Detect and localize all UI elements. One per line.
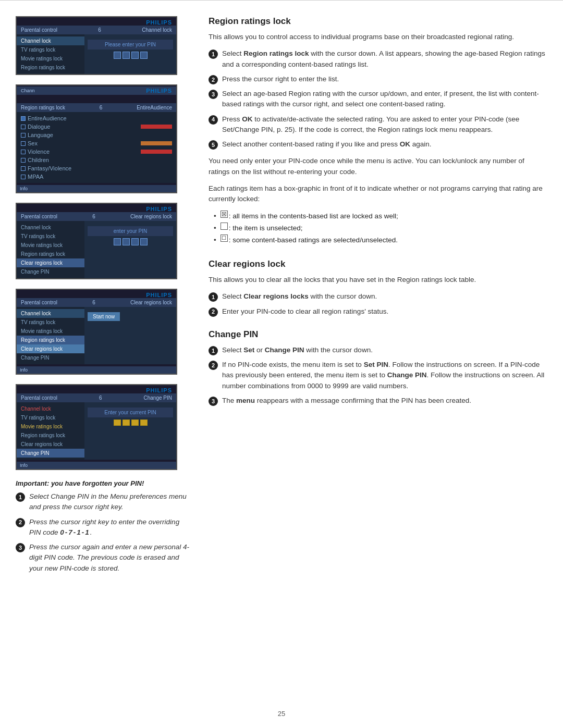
screen1-item-region-ratings[interactable]: Region ratings lock: [17, 63, 84, 72]
philips-logo-4: PHILIPS: [146, 292, 172, 298]
section-heading-region-ratings: Region ratings lock: [209, 16, 547, 27]
important-note-section: Important: you have forgotten your PIN! …: [16, 479, 193, 574]
screen3-item-tv[interactable]: TV ratings lock: [17, 232, 84, 241]
empty-box-icon: [221, 223, 228, 230]
region-step-2: 2 Press the cursor right to enter the li…: [209, 74, 547, 84]
screen4-header-center: 6: [92, 300, 95, 305]
clear-regions-steps: 1 Select Clear regions locks with the cu…: [209, 291, 547, 317]
screen3-item-movie[interactable]: Movie ratings lock: [17, 241, 84, 250]
screen4-header-left: Parental control: [21, 300, 57, 305]
screen5-item-channel[interactable]: Channel lock: [17, 404, 84, 413]
screen5-item-clear[interactable]: Clear regions lock: [17, 440, 84, 449]
screen5-item-change-pin[interactable]: Change PIN: [17, 449, 84, 458]
s3-pin-box-2: [123, 238, 130, 245]
value-sex: [141, 141, 172, 145]
screen-region-ratings: PHILIPS Chann Region ratings lock 6 Enti…: [16, 84, 177, 193]
screen5-item-region[interactable]: Region ratings lock: [17, 431, 84, 440]
s5-pin-box-4: [140, 419, 148, 426]
change-pin-step-2-text: If no PIN-code exists, the menu item is …: [222, 360, 547, 391]
screen3-pin-label: enter your PIN: [88, 226, 173, 236]
bullet-empty-text: : the item is unselected;: [229, 223, 303, 235]
philips-logo-3: PHILIPS: [146, 206, 172, 212]
bullet-empty: : the item is unselected;: [214, 223, 547, 235]
screen4-item-region[interactable]: Region ratings lock: [17, 336, 84, 344]
important-step-1-text: Select Change PIN in the Menu preference…: [29, 491, 193, 513]
checked-box-icon: ☒: [221, 211, 228, 218]
label-language: Language: [28, 132, 172, 138]
screen4-info-bar: Info: [17, 366, 176, 374]
screen1-header-center: 6: [98, 27, 101, 33]
region-ratings-steps: 1 Select Region ratings lock with the cu…: [209, 48, 547, 150]
region-step-1-text: Select Region ratings lock with the curs…: [222, 48, 547, 70]
page-container: PHILIPS Parental control 6 Channel lock …: [0, 0, 563, 728]
important-step-2-num: 2: [16, 518, 25, 527]
important-step-1: 1 Select Change PIN in the Menu preferen…: [16, 491, 193, 513]
important-step-3-num: 3: [16, 543, 25, 552]
philips-logo-1: PHILIPS: [146, 19, 172, 26]
label-dialogue: Dialogue: [28, 124, 141, 130]
bullet-checked: ☒ : all items in the contents-based list…: [214, 211, 547, 223]
section-heading-change-pin: Change PIN: [209, 329, 547, 340]
screen5-pin-label: Enter your current PIN: [88, 408, 173, 417]
right-column: Region ratings lock This allows you to c…: [203, 16, 563, 707]
screen-change-pin: PHILIPS Parental control 6 Change PIN Ch…: [16, 384, 177, 470]
checkbox-violence: [21, 150, 26, 154]
screen1-item-channel-lock[interactable]: Channel lock: [17, 36, 84, 45]
region-ratings-body2: You need only enter your PIN-code once w…: [209, 156, 547, 177]
screen5-item-movie[interactable]: Movie ratings lock: [17, 422, 84, 431]
region-step-3: 3 Select an age-based Region rating with…: [209, 89, 547, 110]
region-row-children: Children: [19, 156, 174, 164]
change-pin-step-3-text: The menu reappears with a message confir…: [222, 396, 547, 406]
screen5-header-right: Change PIN: [144, 395, 172, 401]
region-step-3-text: Select an age-based Region rating with t…: [222, 89, 547, 110]
screen2-info-bar: Info: [17, 185, 176, 192]
region-ratings-bullets: ☒ : all items in the contents-based list…: [214, 211, 547, 246]
screen3-pin-boxes: [88, 238, 173, 245]
clear-regions-body: This allows you to clear all the locks t…: [209, 275, 547, 285]
screen4-item-movie[interactable]: Movie ratings lock: [17, 327, 84, 336]
screen5-menu-left: Channel lock TV ratings lock Movie ratin…: [17, 402, 84, 460]
screen1-menu-left: Channel lock TV ratings lock Movie ratin…: [17, 34, 84, 74]
screen4-item-tv[interactable]: TV ratings lock: [17, 318, 84, 327]
region-row-entire-audience: EntireAudience: [19, 114, 174, 122]
checkbox-sex: [21, 141, 26, 146]
screen1-header: Parental control 6 Channel lock: [17, 26, 176, 34]
screen1-right-content: Please enter your PIN: [84, 34, 176, 74]
clear-step-2-text: Enter your PIN-code to clear all region …: [222, 306, 547, 317]
screen4-item-channel[interactable]: Channel lock: [17, 309, 84, 318]
screen4-header-right: Clear regions lock: [130, 300, 172, 305]
important-note-list: 1 Select Change PIN in the Menu preferen…: [16, 491, 193, 574]
left-column: PHILIPS Parental control 6 Channel lock …: [0, 16, 203, 707]
change-pin-step-2: 2 If no PIN-code exists, the menu item i…: [209, 360, 547, 391]
screen4-start-now[interactable]: Start now: [88, 312, 120, 321]
screen3-item-region[interactable]: Region ratings lock: [17, 250, 84, 258]
screen1-pin-label: Please enter your PIN: [88, 40, 173, 50]
clear-step-2-num: 2: [209, 307, 218, 317]
screen4-item-change-pin[interactable]: Change PIN: [17, 353, 84, 362]
screen3-item-channel[interactable]: Channel lock: [17, 223, 84, 232]
value-dialogue: [141, 125, 172, 129]
screen5-header-center: 6: [99, 395, 102, 401]
screen-clear-regions-start: PHILIPS Parental control 6 Clear regions…: [16, 289, 177, 375]
screen3-menu: Channel lock TV ratings lock Movie ratin…: [17, 221, 176, 278]
important-step-3: 3 Press the cursor again and enter a new…: [16, 542, 193, 574]
screen2-header-right: EntireAudience: [137, 105, 172, 110]
screen2-header-left: Region ratings lock: [21, 105, 65, 110]
screen1-item-movie-ratings[interactable]: Movie ratings lock: [17, 54, 84, 63]
screen-clear-regions-pin: PHILIPS Parental control 6 Clear regions…: [16, 203, 177, 279]
screen5-pin-boxes-yellow: [88, 419, 173, 426]
label-children: Children: [28, 157, 172, 163]
region-step-1-num: 1: [209, 50, 218, 59]
s5-pin-box-2: [123, 419, 130, 426]
region-row-mpaa: MPAA: [19, 172, 174, 181]
screen4-right-content: Start now: [84, 307, 176, 364]
screen3-item-change-pin[interactable]: Change PIN: [17, 267, 84, 276]
screen4-item-clear[interactable]: Clear regions lock: [17, 344, 84, 353]
screen2-region-table: EntireAudience Dialogue Language Sex: [17, 112, 176, 183]
screen3-item-clear[interactable]: Clear regions lock: [17, 258, 84, 267]
screen5-menu: Channel lock TV ratings lock Movie ratin…: [17, 402, 176, 460]
screen1-item-tv-ratings[interactable]: TV ratings lock: [17, 45, 84, 54]
region-step-5-num: 5: [209, 140, 218, 150]
screen5-item-tv[interactable]: TV ratings lock: [17, 413, 84, 422]
bullet-partial-text: : some content-based ratings are selecte…: [229, 235, 398, 246]
